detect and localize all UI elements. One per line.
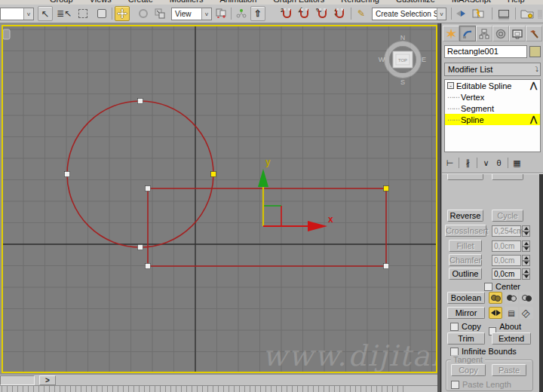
crossinsert-value-field[interactable]: 0,254cm xyxy=(492,225,521,237)
spline-vertex-first[interactable] xyxy=(211,172,216,177)
tab-motion[interactable] xyxy=(492,26,509,41)
stack-item-segment[interactable]: ⋯⋯Segment xyxy=(445,103,540,114)
cycle-button[interactable]: Cycle xyxy=(492,210,523,222)
menu-item-rendering[interactable]: Rendering xyxy=(341,0,379,4)
tangent-paste-button[interactable]: Paste xyxy=(492,364,526,376)
spline-vertex-regular[interactable] xyxy=(138,245,143,250)
fillet-button[interactable]: Fillet xyxy=(449,240,482,252)
remove-modifier-icon[interactable]: θ xyxy=(492,158,505,167)
menu-item-graph-editors[interactable]: Graph Editors xyxy=(273,0,324,4)
menu-item-views[interactable]: Views xyxy=(90,0,112,4)
stack-expander[interactable]: - xyxy=(447,82,454,89)
tab-hierarchy[interactable] xyxy=(476,26,492,41)
selection-filter-dropdown[interactable]: v xyxy=(0,8,34,20)
spinner-snap-toggle[interactable]: ▲▼ xyxy=(332,6,347,21)
select-and-move-button[interactable] xyxy=(115,6,130,21)
make-unique-icon[interactable]: ∨ xyxy=(480,158,492,168)
chamfer-button[interactable]: Chamfer xyxy=(449,254,482,266)
extend-button[interactable]: Extend xyxy=(492,332,531,345)
show-end-result-icon[interactable]: ∦ xyxy=(462,158,474,168)
menu-item-customize[interactable]: Customize xyxy=(396,0,435,4)
boolean-intersection-icon-button[interactable] xyxy=(520,292,533,304)
stack-item-editable-spline[interactable]: -Editable Spline⋀ xyxy=(445,80,540,91)
outline-spinner[interactable] xyxy=(522,268,530,280)
select-and-scale-button[interactable] xyxy=(152,6,167,21)
crossinsert-spinner[interactable] xyxy=(522,225,530,237)
menu-item-animation[interactable]: Animation xyxy=(219,0,256,4)
spline-vertex-regular[interactable] xyxy=(65,172,70,177)
fillet-spinner[interactable] xyxy=(522,240,530,252)
object-name-field[interactable]: Rectangle001 xyxy=(444,45,527,58)
spline-vertex-regular[interactable] xyxy=(146,186,151,191)
top-viewport[interactable]: www.dijitaldevyxTOPNESW xyxy=(2,25,437,373)
manage-layers-button[interactable] xyxy=(495,6,513,21)
mirror-both-icon-button[interactable]: ◫ xyxy=(520,307,533,319)
cutoff-button-right[interactable] xyxy=(492,174,523,180)
named-selection-set-dropdown[interactable]: Create Selection Se v xyxy=(372,8,446,20)
scene-explorer-button[interactable] xyxy=(518,6,536,21)
percent-snap-toggle[interactable]: % xyxy=(314,6,330,21)
rectangular-selection-region-button[interactable] xyxy=(75,6,90,21)
reverse-button[interactable]: Reverse xyxy=(447,210,483,222)
stack-item-spline[interactable]: ⋯⋯Spline⋀ xyxy=(445,114,540,125)
select-and-manipulate-button[interactable] xyxy=(234,6,249,21)
chamfer-value-field[interactable]: 0,0cm xyxy=(492,255,521,266)
panel-scrollbar[interactable] xyxy=(539,174,543,392)
crossinsert-button[interactable]: CrossInsert xyxy=(445,225,486,237)
panel-splitter[interactable] xyxy=(437,23,441,392)
select-and-rotate-button[interactable] xyxy=(136,6,151,21)
maxscript-mini-listener[interactable] xyxy=(0,375,35,385)
viewport-corner-tab[interactable] xyxy=(3,29,10,39)
listener-prompt-button[interactable]: > xyxy=(39,375,56,385)
menu-item-create[interactable]: Create xyxy=(128,0,153,4)
tangent-copy-button[interactable]: Copy xyxy=(451,364,486,376)
fillet-value-field[interactable]: 0,0cm xyxy=(492,240,521,252)
mirror-button[interactable] xyxy=(454,6,468,21)
snaps-toggle-button[interactable]: 2 xyxy=(279,6,294,21)
object-color-swatch[interactable] xyxy=(529,46,541,57)
configure-modifier-sets-icon[interactable]: ▦ xyxy=(511,158,523,168)
mirror-vertical-icon-button[interactable]: ▤ xyxy=(505,307,518,319)
clipped-toolbar-button[interactable]: ░ xyxy=(537,6,543,21)
spline-vertex-regular[interactable] xyxy=(146,264,151,269)
boolean-button[interactable]: Boolean xyxy=(447,292,485,304)
menu-item-maxscript[interactable]: MAXScript xyxy=(452,0,491,4)
select-by-name-button[interactable]: ≣↖ xyxy=(57,6,72,21)
chamfer-spinner[interactable] xyxy=(522,255,530,266)
trim-button[interactable]: Trim xyxy=(447,332,485,345)
spline-vertex-regular[interactable] xyxy=(138,99,143,104)
copy-checkbox[interactable]: Copy xyxy=(450,322,481,331)
keyboard-shortcut-override-toggle[interactable]: ⇧ xyxy=(250,6,265,21)
tangent-group-title: Tangent xyxy=(451,355,485,364)
center-checkbox[interactable]: Center xyxy=(484,282,520,291)
track-bar[interactable] xyxy=(0,385,437,392)
spline-vertex-first[interactable] xyxy=(384,186,389,191)
tab-create[interactable] xyxy=(443,26,459,41)
outline-button[interactable]: Outline xyxy=(449,268,482,280)
stack-item-vertex[interactable]: ⋯⋯Vertex xyxy=(445,91,540,103)
pin-stack-icon[interactable]: ⊢ xyxy=(443,158,456,168)
tab-modify[interactable] xyxy=(459,26,476,41)
boolean-union-icon-button[interactable] xyxy=(489,292,502,304)
mirror-button-rollout[interactable]: Mirror xyxy=(447,307,485,319)
edit-named-selection-sets-button[interactable]: ✎ xyxy=(354,6,369,21)
mirror-horizontal-icon-button[interactable] xyxy=(489,307,502,319)
select-object-button[interactable]: ↖ xyxy=(38,6,53,21)
viewport-canvas[interactable]: www.dijitaldevyxTOPNESW xyxy=(3,26,436,372)
tab-display[interactable] xyxy=(509,26,526,41)
boolean-subtraction-icon-button[interactable] xyxy=(505,292,518,304)
angle-snap-toggle[interactable]: ∠ xyxy=(296,6,311,21)
menu-item-modifiers[interactable]: Modifiers xyxy=(170,0,204,4)
window-crossing-toggle[interactable] xyxy=(94,6,109,21)
menu-item-group[interactable]: Group xyxy=(50,0,73,4)
reference-coordinate-system-dropdown[interactable]: View v xyxy=(171,8,212,20)
use-pivot-point-center-button[interactable] xyxy=(213,6,229,21)
menu-item-help[interactable]: Help xyxy=(508,0,525,4)
align-button[interactable] xyxy=(469,6,487,21)
outline-value-field[interactable]: 0,0cm xyxy=(492,268,521,280)
tab-utilities[interactable] xyxy=(526,26,542,41)
paste-length-checkbox[interactable]: Paste Length xyxy=(451,380,511,389)
modifier-list-dropdown[interactable]: Modifier List ⤵ xyxy=(444,63,541,76)
cutoff-button-left[interactable] xyxy=(447,174,483,180)
spline-vertex-regular[interactable] xyxy=(384,264,389,269)
